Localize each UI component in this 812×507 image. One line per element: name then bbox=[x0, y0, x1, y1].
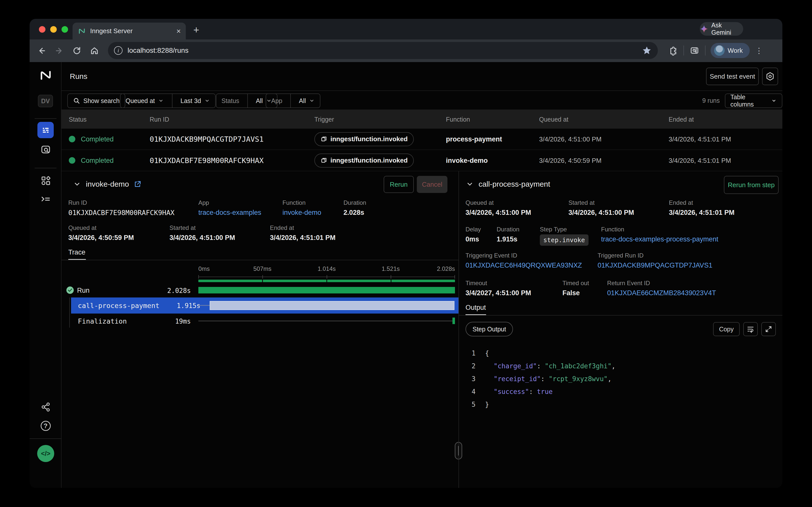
run-id-cell[interactable]: 01KJXDACBF7E98M00RAFCK9HAX bbox=[150, 156, 264, 165]
ended-at-field: Ended at 3/4/2026, 4:51:01 PM bbox=[270, 224, 335, 242]
code-line: 3 "receipt_id": "rcpt_9xyz8wvu", bbox=[465, 373, 767, 385]
rerun-from-step-button[interactable]: Rerun from step bbox=[724, 176, 778, 194]
trigger-pill[interactable]: inngest/function.invoked bbox=[314, 154, 414, 168]
inngest-favicon-icon bbox=[78, 27, 86, 36]
col-trigger: Trigger bbox=[314, 116, 334, 123]
table-row[interactable]: Completed 01KJXDACKB9MPQACGTDP7JAVS1 inn… bbox=[62, 129, 783, 150]
triggering-event-id-link[interactable]: 01KJXDACEC6H49QRQXWEA93NXZ bbox=[465, 262, 582, 269]
ask-gemini-label: Ask Gemini bbox=[711, 21, 743, 36]
url-text[interactable]: localhost:8288/runs bbox=[128, 47, 189, 55]
tab-title: Inngest Server bbox=[90, 27, 172, 35]
sidebar-item-events[interactable] bbox=[29, 144, 62, 156]
reload-icon[interactable] bbox=[71, 45, 82, 56]
bookmark-star-icon[interactable] bbox=[642, 46, 652, 56]
minimize-window-button[interactable] bbox=[50, 26, 57, 33]
tab-close-icon[interactable]: × bbox=[176, 27, 181, 35]
output-toolbar: Step Output Copy bbox=[465, 322, 776, 336]
col-run-id: Run ID bbox=[150, 116, 169, 123]
app-link[interactable]: trace-docs-examples bbox=[198, 209, 261, 217]
trace-row-finalization[interactable]: Finalization 19ms bbox=[62, 315, 458, 327]
function-field: Function invoke-demo bbox=[283, 199, 321, 217]
detail-area: invoke-demo Rerun Cancel Run ID 01KJXDAC… bbox=[62, 171, 783, 488]
col-function: Function bbox=[446, 116, 470, 123]
copy-button[interactable]: Copy bbox=[713, 322, 740, 336]
send-test-event-button[interactable]: Send test event bbox=[706, 68, 759, 85]
ask-gemini-button[interactable]: Ask Gemini bbox=[700, 22, 743, 36]
url-bar[interactable]: i localhost:8288/runs bbox=[108, 42, 658, 59]
ended-at-cell: 3/4/2026, 4:51:01 PM bbox=[669, 135, 731, 143]
toolbar-divider bbox=[705, 46, 705, 56]
back-icon[interactable] bbox=[36, 45, 47, 56]
ruler-tick bbox=[327, 275, 327, 279]
app-filter-dropdown[interactable]: All bbox=[294, 94, 320, 108]
run-id-cell[interactable]: 01KJXDACKB9MPQACGTDP7JAVS1 bbox=[150, 135, 264, 144]
expand-button[interactable] bbox=[761, 322, 776, 336]
close-window-button[interactable] bbox=[39, 26, 46, 33]
time-range-dropdown[interactable]: Last 3d bbox=[176, 94, 215, 108]
sidebar-item-runs[interactable] bbox=[38, 122, 54, 138]
site-info-icon[interactable]: i bbox=[114, 46, 123, 55]
run-title: invoke-demo bbox=[86, 180, 129, 188]
time-field-dropdown[interactable]: Queued at bbox=[121, 94, 169, 108]
table-header-row: Status Run ID Trigger Function Queued at… bbox=[62, 110, 783, 129]
col-queued-at: Queued at bbox=[539, 116, 568, 123]
trace-row-run[interactable]: Run 2.028s bbox=[62, 284, 458, 297]
step-output-code[interactable]: 1 { 2 "charge_id": "ch_1abc2def3ghi", 3 … bbox=[465, 347, 767, 411]
zoom-window-button[interactable] bbox=[62, 26, 68, 33]
external-link-icon[interactable] bbox=[134, 180, 142, 188]
share-icon[interactable] bbox=[29, 402, 62, 412]
tab-output[interactable]: Output bbox=[465, 304, 486, 312]
settings-button[interactable] bbox=[762, 68, 778, 85]
queued-at-field: Queued at 3/4/2026, 4:50:59 PM bbox=[68, 224, 134, 242]
function-cell[interactable]: process-payment bbox=[446, 135, 502, 143]
function-link[interactable]: trace-docs-examples-process-payment bbox=[601, 235, 719, 243]
triggered-run-id-link[interactable]: 01KJXDACKB9MPQACGTDP7JAVS1 bbox=[598, 262, 712, 269]
forward-icon[interactable] bbox=[54, 45, 65, 56]
chevron-down-icon bbox=[158, 98, 164, 104]
collapse-chevron-icon[interactable] bbox=[466, 180, 474, 188]
code-line: 4 "success": true bbox=[465, 385, 767, 398]
started-at-field: Started at 3/4/2026, 4:51:00 PM bbox=[568, 199, 634, 217]
profile-chip[interactable]: Work bbox=[710, 43, 750, 58]
return-event-id-field: Return Event ID 01KJXDAE66CMZMB28439023V… bbox=[607, 280, 716, 297]
sidebar-divider bbox=[35, 168, 57, 168]
sidebar-item-apps[interactable] bbox=[29, 175, 62, 186]
function-link[interactable]: invoke-demo bbox=[283, 209, 321, 217]
tab-trace[interactable]: Trace bbox=[68, 248, 85, 256]
trace-row-call-process-payment[interactable]: call-process-payment 1.915s bbox=[71, 297, 458, 314]
time-filter-group: Queued at Last 3d bbox=[120, 94, 216, 108]
extensions-icon[interactable] bbox=[667, 45, 678, 56]
sidebar-item-dev-server[interactable] bbox=[29, 194, 62, 205]
run-span-bar bbox=[198, 287, 455, 293]
triggered-run-id-field: Triggered Run ID 01KJXDACKB9MPQACGTDP7JA… bbox=[598, 252, 712, 269]
cancel-button[interactable]: Cancel bbox=[417, 176, 447, 193]
run-id-field: Run ID 01KJXDACBF7E98M00RAFCK9HAX bbox=[68, 199, 175, 217]
trigger-pill[interactable]: inngest/function.invoked bbox=[314, 132, 414, 146]
collapse-chevron-icon[interactable] bbox=[73, 180, 81, 188]
word-wrap-button[interactable] bbox=[743, 322, 758, 336]
table-row[interactable]: Completed 01KJXDACBF7E98M00RAFCK9HAX inn… bbox=[62, 150, 783, 171]
home-icon[interactable] bbox=[89, 45, 100, 56]
timeline-minimap[interactable] bbox=[198, 280, 455, 282]
step-connector-line bbox=[198, 305, 210, 306]
browser-menu-icon[interactable]: ⋮ bbox=[755, 46, 763, 55]
status-dot bbox=[69, 136, 75, 143]
return-event-id-link[interactable]: 01KJXDAE66CMZMB28439023V4T bbox=[607, 289, 716, 297]
browser-tab[interactable]: Inngest Server × bbox=[73, 22, 186, 40]
function-cell[interactable]: invoke-demo bbox=[446, 157, 488, 164]
help-icon[interactable]: ? bbox=[29, 421, 62, 431]
duration-field: Duration 2.028s bbox=[343, 199, 366, 217]
dev-tools-button[interactable]: </> bbox=[37, 445, 54, 462]
ended-at-cell: 3/4/2026, 4:51:01 PM bbox=[669, 157, 731, 164]
table-columns-button[interactable]: Table columns bbox=[725, 94, 783, 108]
profile-label: Work bbox=[728, 47, 743, 55]
check-circle-icon bbox=[66, 286, 74, 294]
rerun-button[interactable]: Rerun bbox=[384, 176, 414, 193]
event-icon bbox=[320, 157, 327, 164]
filter-separator bbox=[247, 94, 248, 108]
show-search-button[interactable]: Show search bbox=[67, 94, 125, 108]
new-tab-button[interactable]: + bbox=[193, 24, 199, 36]
step-output-toggle[interactable]: Step Output bbox=[465, 322, 513, 336]
status-badge: Completed bbox=[81, 135, 114, 143]
side-panel-search-icon[interactable] bbox=[689, 45, 700, 56]
